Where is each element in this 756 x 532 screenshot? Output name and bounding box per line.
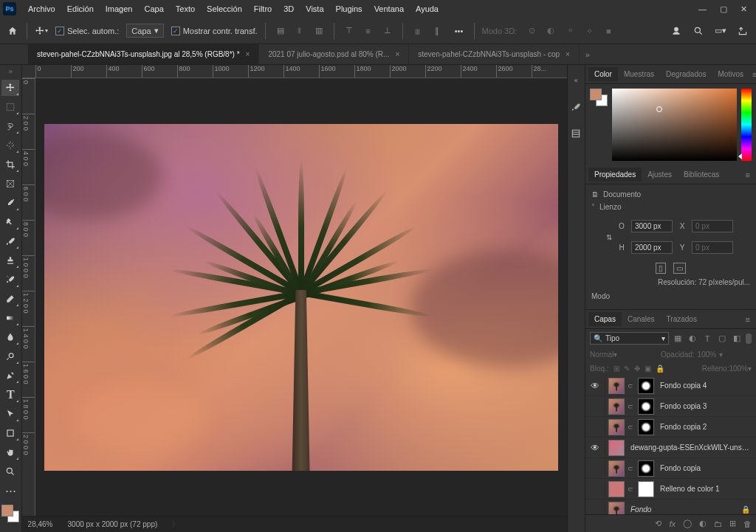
menu-seleccion[interactable]: Selección bbox=[201, 1, 248, 16]
tab-patterns[interactable]: Motivos bbox=[712, 67, 749, 81]
crop-tool[interactable] bbox=[1, 156, 19, 173]
layer-name[interactable]: Fondo copia 2 bbox=[657, 423, 753, 431]
history-brush-tool[interactable] bbox=[1, 272, 19, 288]
marquee-tool[interactable] bbox=[1, 99, 19, 115]
eyedropper-tool[interactable] bbox=[1, 195, 19, 211]
orientation-landscape-icon[interactable]: ▭ bbox=[673, 263, 686, 274]
delete-layer-icon[interactable]: 🗑 bbox=[743, 519, 752, 528]
filter-type-icon[interactable]: T bbox=[701, 333, 713, 345]
layer-thumbnail[interactable] bbox=[608, 440, 625, 456]
workspace-icon[interactable]: ▭▾ bbox=[713, 24, 728, 38]
menu-filtro[interactable]: Filtro bbox=[248, 1, 278, 16]
lock-pixels-icon[interactable]: ✎ bbox=[624, 365, 630, 373]
layer-row[interactable]: 👁dewang-gupta-ESEnXckWlLY-unsplash bbox=[585, 438, 756, 458]
path-select-tool[interactable] bbox=[1, 406, 19, 422]
quick-select-tool[interactable] bbox=[1, 137, 19, 153]
tab-overflow-icon[interactable]: » bbox=[585, 44, 590, 64]
layer-thumbnail[interactable] bbox=[608, 502, 625, 515]
props-section-lienzo[interactable]: Lienzo bbox=[599, 203, 621, 211]
stamp-tool[interactable] bbox=[1, 252, 19, 269]
panel-menu-icon[interactable]: ≡ bbox=[743, 312, 753, 327]
healing-tool[interactable] bbox=[1, 214, 19, 230]
layer-thumbnail[interactable] bbox=[608, 419, 625, 435]
layer-row[interactable]: ⊂Fondo copia 3 bbox=[585, 396, 756, 417]
tab-paths[interactable]: Trazados bbox=[661, 312, 703, 326]
adjustment-layer-icon[interactable]: ◐ bbox=[699, 519, 707, 528]
new-layer-icon[interactable]: ⊞ bbox=[729, 519, 736, 528]
align-center-h-icon[interactable]: ⫴ bbox=[292, 24, 307, 38]
maximize-icon[interactable]: ▢ bbox=[720, 4, 727, 14]
align-top-icon[interactable]: ⊤ bbox=[342, 24, 357, 38]
blend-mode-dropdown[interactable]: Normal▾ bbox=[590, 350, 656, 359]
tab-gradients[interactable]: Degradados bbox=[660, 67, 712, 81]
doc-tab-2[interactable]: 2021 07 julio-agosto.psd al 80% (R...× bbox=[259, 44, 409, 64]
layer-name[interactable]: Fondo copia bbox=[657, 464, 753, 472]
doc-tab-1[interactable]: steven-pahel-CZzbNNAi3Ts-unsplash.jpg al… bbox=[28, 44, 259, 64]
orientation-portrait-icon[interactable]: ▯ bbox=[656, 263, 666, 274]
tab-color[interactable]: Color bbox=[588, 67, 618, 81]
move-tool-icon[interactable]: ▾ bbox=[35, 24, 48, 38]
filter-adjust-icon[interactable]: ◐ bbox=[687, 333, 698, 345]
ruler-vertical[interactable]: 02 0 04 0 06 0 08 0 01 0 0 01 2 0 01 4 0… bbox=[22, 78, 35, 516]
layer-name[interactable]: Fondo copia 4 bbox=[657, 381, 753, 390]
status-chevron-icon[interactable]: 〉 bbox=[172, 519, 179, 530]
toolbar-collapse-icon[interactable]: » bbox=[9, 68, 13, 75]
panel-menu-icon[interactable]: ≡ bbox=[743, 167, 753, 182]
menu-archivo[interactable]: Archivo bbox=[22, 1, 61, 16]
menu-vista[interactable]: Vista bbox=[300, 1, 329, 16]
layer-row[interactable]: ⊂Fondo copia bbox=[585, 458, 756, 479]
tab-libraries[interactable]: Bibliotecas bbox=[678, 167, 725, 182]
link-mask-icon[interactable]: ⊂ bbox=[628, 403, 635, 410]
layer-row[interactable]: 👁⊂Fondo copia 4 bbox=[585, 376, 756, 396]
layer-row[interactable]: ⊂Relleno de color 1 bbox=[585, 479, 756, 500]
menu-edicion[interactable]: Edición bbox=[61, 1, 100, 16]
layer-mask-thumbnail[interactable] bbox=[638, 398, 654, 415]
close-tab-icon[interactable]: × bbox=[246, 50, 250, 58]
visibility-icon[interactable]: 👁 bbox=[588, 443, 602, 453]
layer-name[interactable]: dewang-gupta-ESEnXckWlLY-unsplash bbox=[628, 443, 753, 452]
close-tab-icon[interactable]: × bbox=[395, 50, 399, 58]
close-icon[interactable]: ✕ bbox=[740, 4, 747, 14]
doc-dimensions[interactable]: 3000 px x 2000 px (72 ppp) bbox=[68, 520, 158, 528]
layer-mask-thumbnail[interactable] bbox=[638, 460, 654, 477]
layer-mask-thumbnail[interactable] bbox=[638, 419, 654, 435]
layer-name[interactable]: Fondo copia 3 bbox=[657, 402, 753, 410]
layer-thumbnail[interactable] bbox=[608, 460, 625, 477]
menu-ayuda[interactable]: Ayuda bbox=[410, 1, 444, 16]
eraser-tool[interactable] bbox=[1, 291, 19, 307]
link-dimensions-icon[interactable]: ⇅ bbox=[606, 233, 612, 241]
layer-mask-icon[interactable]: ◯ bbox=[683, 519, 692, 528]
menu-capa[interactable]: Capa bbox=[138, 1, 169, 16]
lock-artboard-icon[interactable]: ▣ bbox=[645, 365, 651, 373]
hand-tool[interactable] bbox=[1, 444, 19, 460]
width-field[interactable]: 3000 px bbox=[631, 220, 673, 232]
home-icon[interactable] bbox=[6, 24, 19, 38]
zoom-tool[interactable] bbox=[1, 463, 19, 480]
zoom-level[interactable]: 28,46% bbox=[28, 520, 53, 528]
layer-mask-thumbnail[interactable] bbox=[638, 378, 654, 394]
link-mask-icon[interactable]: ⊂ bbox=[628, 424, 635, 431]
history-panel-icon[interactable] bbox=[569, 127, 583, 140]
ruler-horizontal[interactable]: 0200400600800100012001400160018002000220… bbox=[22, 65, 567, 78]
layer-row[interactable]: Fondo🔒 bbox=[585, 500, 756, 514]
visibility-icon[interactable]: 👁 bbox=[588, 381, 602, 391]
distribute-v-icon[interactable]: ‖ bbox=[430, 24, 444, 38]
auto-select-checkbox[interactable]: Selec. autom.: bbox=[55, 27, 119, 35]
link-mask-icon[interactable]: ⊂ bbox=[628, 382, 635, 390]
link-mask-icon[interactable]: ⊂ bbox=[628, 486, 635, 493]
link-layers-icon[interactable]: ⟲ bbox=[655, 519, 662, 528]
filter-shape-icon[interactable]: ▢ bbox=[716, 333, 728, 345]
pen-tool[interactable] bbox=[1, 367, 19, 384]
layer-thumbnail[interactable] bbox=[608, 398, 625, 415]
gradient-tool[interactable] bbox=[1, 310, 19, 326]
type-tool[interactable]: T bbox=[1, 387, 19, 403]
menu-imagen[interactable]: Imagen bbox=[100, 1, 139, 16]
layer-row[interactable]: ⊂Fondo copia 2 bbox=[585, 417, 756, 438]
panel-menu-icon[interactable]: ≡ bbox=[749, 67, 756, 82]
layer-filter-dropdown[interactable]: 🔍Tipo▾ bbox=[590, 332, 669, 345]
opacity-value[interactable]: 100% bbox=[698, 350, 717, 359]
fill-value[interactable]: 100% bbox=[729, 365, 748, 373]
layer-thumbnail[interactable] bbox=[608, 378, 625, 394]
align-middle-icon[interactable]: ≡ bbox=[361, 24, 376, 38]
filter-pixel-icon[interactable]: ▦ bbox=[672, 333, 684, 345]
